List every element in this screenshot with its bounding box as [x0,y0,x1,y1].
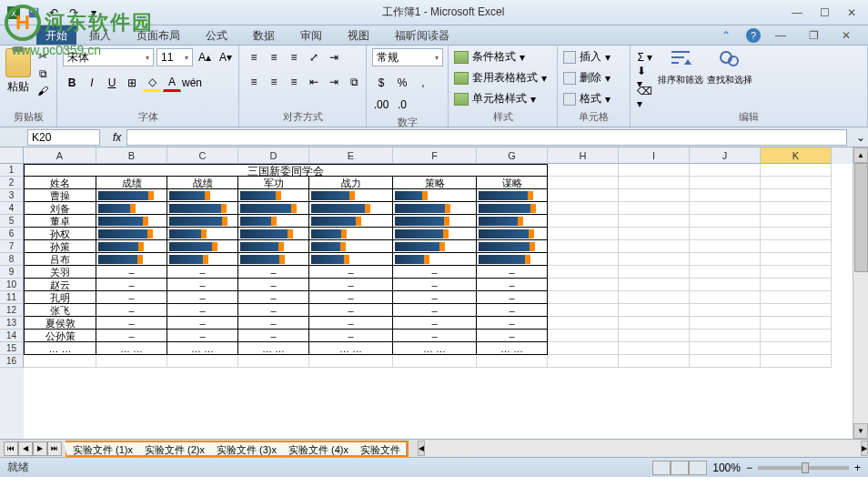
cell[interactable] [619,291,690,304]
cell[interactable] [548,304,619,317]
help-icon[interactable]: ? [746,28,761,43]
row-header[interactable]: 10 [0,279,24,291]
row-header[interactable]: 8 [0,253,24,266]
cell[interactable]: – [477,330,548,342]
tab-last-icon[interactable]: ⏭ [47,441,62,456]
cell[interactable] [393,215,477,228]
align-right-icon[interactable]: ≡ [285,73,303,91]
cell[interactable]: … … [477,342,548,355]
doc-restore-icon[interactable]: ❐ [801,26,826,45]
cell[interactable] [167,215,238,228]
sort-filter-button[interactable]: 排序和筛选 [658,48,703,86]
currency-icon[interactable]: $ [372,74,390,92]
cell[interactable]: 吕布 [24,253,96,266]
cell[interactable]: – [238,266,309,279]
italic-button[interactable]: I [83,74,101,92]
paste-icon[interactable] [5,48,31,77]
col-header[interactable]: F [393,147,477,164]
cell[interactable]: – [238,291,309,304]
cell[interactable]: – [96,279,167,291]
cell[interactable] [619,215,690,228]
cell[interactable] [393,253,477,266]
name-box[interactable]: K20 [27,129,100,146]
cell[interactable] [238,240,309,253]
cell[interactable]: … … [393,342,477,355]
col-header[interactable]: K [761,147,832,164]
cell[interactable] [477,253,548,266]
cell[interactable]: 曹操 [24,189,96,202]
tab-next-icon[interactable]: ▶ [33,441,47,456]
cell[interactable]: 刘备 [24,202,96,215]
cut-icon[interactable]: ✂ [35,48,51,65]
cell[interactable] [690,189,761,202]
col-header[interactable]: E [309,147,393,164]
cell[interactable] [761,342,832,355]
cell[interactable] [761,291,832,304]
cell[interactable]: – [477,279,548,291]
cell[interactable]: – [238,304,309,317]
insert-cells-button[interactable]: 插入 ▾ [563,48,611,66]
cell[interactable] [393,189,477,202]
indent-inc-icon[interactable]: ⇥ [325,73,343,91]
cell[interactable]: 姓名 [24,177,96,189]
qat-dropdown-icon[interactable]: ▾ [86,5,102,21]
tab-home[interactable]: 开始 [36,25,76,45]
cell[interactable] [96,202,167,215]
cell[interactable]: 谋略 [477,177,548,189]
cell[interactable]: – [309,330,393,342]
tab-foxit[interactable]: 福昕阅读器 [382,25,462,45]
cell[interactable]: – [393,330,477,342]
cell[interactable]: – [238,317,309,330]
cell[interactable]: 赵云 [24,279,96,291]
view-normal-icon[interactable] [652,461,671,475]
cell[interactable] [690,202,761,215]
cell[interactable] [761,164,832,177]
cell[interactable] [96,355,167,368]
cell[interactable] [96,215,167,228]
align-left-icon[interactable]: ≡ [245,73,263,91]
cell[interactable]: … … [96,342,167,355]
cell[interactable] [167,228,238,240]
col-header[interactable]: J [690,147,761,164]
cell[interactable]: 夏侯敦 [24,317,96,330]
cell[interactable]: … … [167,342,238,355]
cell[interactable] [96,228,167,240]
cell[interactable] [761,330,832,342]
cell[interactable] [167,240,238,253]
cell[interactable] [761,228,832,240]
cell[interactable]: 策略 [393,177,477,189]
row-header[interactable]: 6 [0,228,24,240]
cell[interactable] [619,177,690,189]
cell[interactable] [238,355,309,368]
cell[interactable] [619,330,690,342]
col-header[interactable]: G [477,147,548,164]
cell[interactable] [690,355,761,368]
cell[interactable] [690,253,761,266]
delete-cells-button[interactable]: 删除 ▾ [563,69,611,86]
cell-style-button[interactable]: 单元格样式 ▾ [454,90,536,107]
sheet-tab[interactable]: 实验文件 [355,442,407,455]
merged-title-cell[interactable]: 三国新委同学会 [24,164,548,177]
cell[interactable] [619,342,690,355]
tab-insert[interactable]: 插入 [76,25,124,45]
cell[interactable] [167,189,238,202]
doc-minimize-icon[interactable]: — [768,26,793,45]
cell[interactable] [238,215,309,228]
cell[interactable] [619,266,690,279]
orientation-icon[interactable]: ⤢ [305,48,323,66]
merge-icon[interactable]: ⧉ [345,73,363,91]
fx-icon[interactable]: fx [113,131,121,144]
cell[interactable]: 孙权 [24,228,96,240]
cell[interactable] [619,253,690,266]
row-header[interactable]: 5 [0,215,24,228]
cell[interactable] [548,279,619,291]
cell[interactable]: – [309,266,393,279]
cell[interactable] [548,317,619,330]
cell[interactable]: – [477,266,548,279]
cell[interactable]: – [393,279,477,291]
cell[interactable] [619,189,690,202]
row-header[interactable]: 3 [0,189,24,202]
tab-page-layout[interactable]: 页面布局 [124,25,193,45]
cell[interactable] [309,202,393,215]
autosum-icon[interactable]: Σ ▾ [636,48,654,66]
